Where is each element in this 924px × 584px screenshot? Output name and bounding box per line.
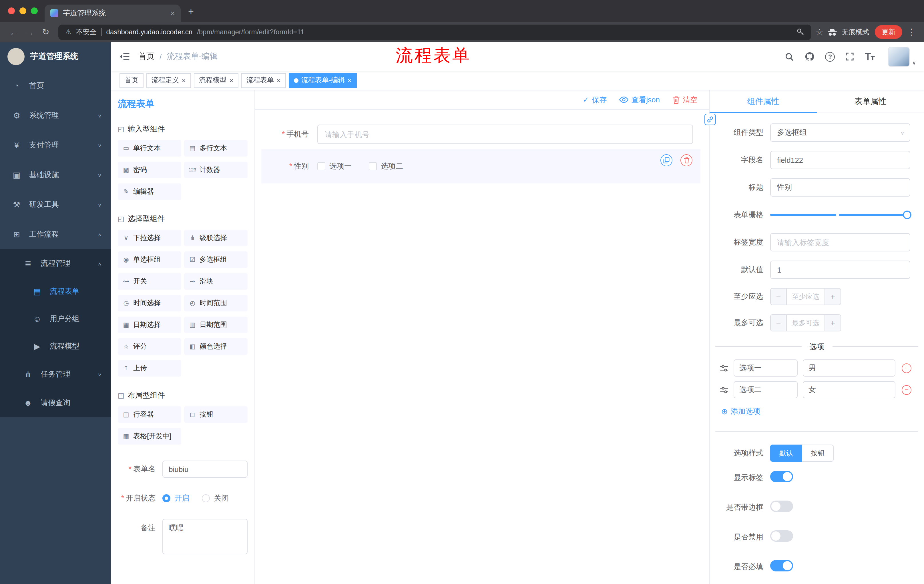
- help-icon[interactable]: ?: [825, 52, 835, 61]
- option-value-input[interactable]: [803, 381, 895, 398]
- security-label[interactable]: 不安全: [76, 27, 97, 37]
- component-time-range[interactable]: ◴时间范围: [184, 295, 248, 311]
- component-button[interactable]: ◻按钮: [184, 406, 248, 423]
- show-label-switch[interactable]: [770, 471, 793, 482]
- sidebar-item-process-mgmt[interactable]: ≣ 流程管理 ∧: [0, 249, 111, 278]
- component-textarea[interactable]: ▤多行文本: [184, 140, 248, 156]
- component-date-range[interactable]: ▥日期范围: [184, 317, 248, 333]
- slider-handle[interactable]: [903, 211, 911, 219]
- checkbox[interactable]: [317, 162, 325, 170]
- component-select[interactable]: ∨下拉选择: [118, 230, 181, 246]
- sidebar-item-user-group[interactable]: ☺ 用户分组: [0, 305, 111, 332]
- option-value-input[interactable]: [803, 359, 895, 377]
- bookmark-star-icon[interactable]: ☆: [816, 27, 823, 37]
- clear-button[interactable]: 清空: [672, 95, 698, 105]
- sidebar-item-infra[interactable]: ▣ 基础设施 ∨: [0, 160, 111, 190]
- component-single-text[interactable]: ▭单行文本: [118, 140, 181, 156]
- browser-menu-icon[interactable]: ⋮: [908, 27, 916, 37]
- user-avatar[interactable]: ∨: [888, 46, 916, 67]
- with-border-switch[interactable]: [770, 500, 793, 512]
- tab-close-icon[interactable]: ×: [170, 8, 175, 18]
- max-select-stepper[interactable]: − 最多可选 +: [770, 314, 841, 331]
- component-type-select[interactable]: 多选框组 ∨: [770, 123, 910, 142]
- sidebar-item-process-form[interactable]: ▤ 流程表单: [0, 278, 111, 305]
- component-rate[interactable]: ☆评分: [118, 338, 181, 355]
- status-radio-on[interactable]: 开启: [162, 493, 189, 503]
- label-width-input[interactable]: [770, 233, 910, 252]
- github-icon[interactable]: [805, 51, 815, 62]
- minimize-window-button[interactable]: [20, 7, 26, 14]
- link-icon[interactable]: [705, 114, 716, 125]
- maximize-window-button[interactable]: [31, 7, 38, 14]
- delete-widget-button[interactable]: [680, 154, 693, 166]
- address-bar[interactable]: ⚠ 不安全 dashboard.yudao.iocoder.cn /bpm/ma…: [58, 24, 811, 40]
- update-button[interactable]: 更新: [875, 25, 902, 39]
- component-checkbox-group[interactable]: ☑多选框组: [184, 252, 248, 268]
- tag-close-icon[interactable]: ×: [277, 76, 281, 84]
- sidebar-toggle-icon[interactable]: [111, 42, 139, 71]
- title-input[interactable]: [770, 178, 910, 197]
- widget-gender-selected[interactable]: *性别 选项一 选项二: [261, 149, 700, 183]
- sidebar-item-home[interactable]: ◔ 首页: [0, 71, 111, 100]
- component-date-picker[interactable]: ▦日期选择: [118, 317, 181, 333]
- component-upload[interactable]: ↥上传: [118, 360, 181, 377]
- tag-close-icon[interactable]: ×: [348, 76, 351, 84]
- tab-form-props[interactable]: 表单属性: [817, 90, 924, 113]
- tag-close-icon[interactable]: ×: [229, 76, 233, 84]
- component-radio-group[interactable]: ◉单选框组: [118, 252, 181, 268]
- close-window-button[interactable]: [8, 7, 15, 14]
- sidebar-item-devtools[interactable]: ⚒ 研发工具 ∨: [0, 190, 111, 219]
- field-name-input[interactable]: [770, 151, 910, 169]
- new-tab-button[interactable]: +: [183, 4, 199, 20]
- component-row-container[interactable]: ◫行容器: [118, 406, 181, 423]
- sidebar-item-task-mgmt[interactable]: ⋔ 任务管理 ∨: [0, 360, 111, 388]
- component-password[interactable]: ▩密码: [118, 162, 181, 178]
- tag-process-form[interactable]: 流程表单 ×: [241, 73, 286, 88]
- max-select-value[interactable]: 最多可选: [787, 315, 825, 331]
- form-name-input[interactable]: [162, 461, 248, 478]
- gender-option-1[interactable]: 选项一: [317, 161, 351, 171]
- widget-phone[interactable]: *手机号: [261, 125, 700, 144]
- back-button[interactable]: ←: [6, 24, 22, 40]
- form-remark-textarea[interactable]: 嘿嘿: [162, 519, 248, 554]
- tag-process-form-edit[interactable]: 流程表单-编辑 ×: [289, 73, 357, 88]
- tag-process-model[interactable]: 流程模型 ×: [194, 73, 238, 88]
- breadcrumb-home[interactable]: 首页: [139, 51, 154, 62]
- component-color-picker[interactable]: ◧颜色选择: [184, 338, 248, 355]
- status-radio-off[interactable]: 关闭: [202, 493, 229, 503]
- browser-tab[interactable]: 芋道管理系统 ×: [45, 5, 181, 22]
- component-editor[interactable]: ✎编辑器: [118, 183, 181, 200]
- increase-button[interactable]: +: [825, 315, 840, 331]
- save-button[interactable]: ✓ 保存: [582, 95, 607, 105]
- forward-button[interactable]: →: [22, 24, 38, 40]
- sidebar-item-payment[interactable]: ¥ 支付管理 ∨: [0, 130, 111, 160]
- drawing-board[interactable]: *手机号 *性别: [255, 110, 709, 584]
- option-name-input[interactable]: [734, 359, 798, 377]
- tab-component-props[interactable]: 组件属性: [710, 90, 817, 113]
- sidebar-item-workflow[interactable]: ⊞ 工作流程 ∧: [0, 219, 111, 249]
- tag-home[interactable]: 首页: [119, 73, 144, 88]
- style-button-button[interactable]: 按钮: [802, 444, 834, 462]
- search-icon[interactable]: [785, 52, 794, 61]
- component-counter[interactable]: 123计数器: [184, 162, 248, 178]
- component-cascader[interactable]: ⋔级联选择: [184, 230, 248, 246]
- component-switch[interactable]: ⊶开关: [118, 273, 181, 290]
- tag-process-definition[interactable]: 流程定义 ×: [146, 73, 191, 88]
- default-value-input[interactable]: [770, 261, 910, 279]
- sidebar-item-system[interactable]: ⚙ 系统管理 ∨: [0, 100, 111, 130]
- font-size-icon[interactable]: [865, 53, 876, 61]
- sidebar-item-process-model[interactable]: ▶ 流程模型: [0, 332, 111, 360]
- reload-button[interactable]: ↻: [38, 24, 54, 40]
- required-switch[interactable]: [770, 560, 793, 571]
- drag-handle-icon[interactable]: [720, 364, 728, 372]
- phone-input[interactable]: [317, 125, 693, 144]
- drag-handle-icon[interactable]: [720, 386, 728, 393]
- copy-widget-button[interactable]: [660, 154, 672, 166]
- component-time-picker[interactable]: ◷时间选择: [118, 295, 181, 311]
- fullscreen-icon[interactable]: [845, 52, 855, 61]
- decrease-button[interactable]: −: [771, 289, 787, 304]
- add-option-button[interactable]: ⊕ 添加选项: [721, 406, 924, 416]
- component-slider[interactable]: ⊸滑块: [184, 273, 248, 290]
- grid-slider[interactable]: [770, 206, 910, 224]
- key-icon[interactable]: [796, 28, 804, 36]
